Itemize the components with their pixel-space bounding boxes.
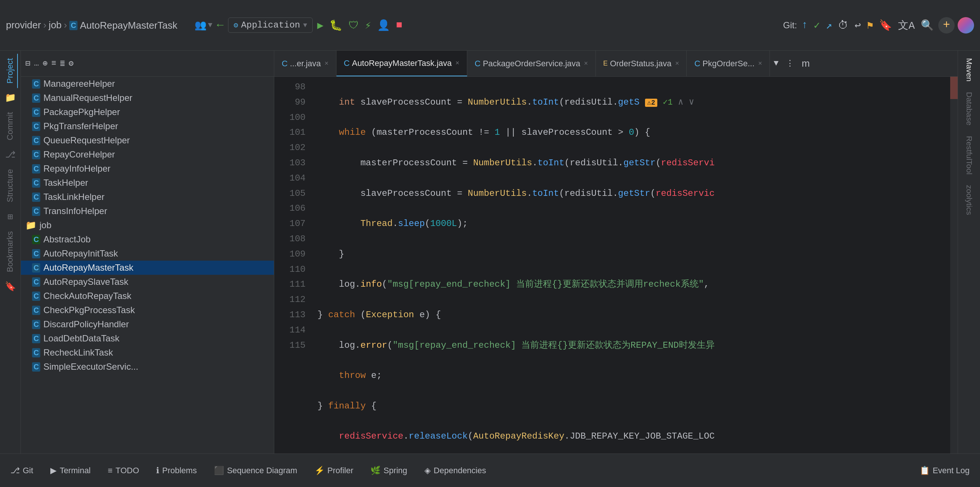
bottom-sequence-diagram[interactable]: ⬛ Sequence Diagram — [211, 464, 300, 477]
close-icon[interactable]: × — [325, 60, 329, 67]
tab-autorepaymastertask[interactable]: C AutoRepayMasterTask.java × — [336, 51, 467, 76]
run-button[interactable]: ▶ — [316, 17, 325, 33]
class-icon: C — [32, 278, 40, 287]
list-item[interactable]: C SimpleExecutorServic... — [21, 360, 274, 374]
tab-packageorderservice[interactable]: C PackageOrderService.java × — [467, 51, 596, 76]
file-tree-icon[interactable]: 📁 — [2, 89, 19, 106]
right-tab-restfultool[interactable]: RestfulTool — [963, 132, 976, 179]
class-icon: C — [32, 178, 40, 188]
terminal-icon: ▶ — [50, 466, 57, 476]
people-icon-btn[interactable]: 👥 ▼ — [194, 19, 212, 31]
tree-settings-icon[interactable]: … — [34, 59, 39, 68]
list-item[interactable]: C PackagePkgHelper — [21, 105, 274, 119]
list-item[interactable]: C TaskHelper — [21, 176, 274, 190]
close-icon[interactable]: × — [455, 59, 460, 67]
class-icon: C — [32, 150, 40, 159]
run-with-profiler-button[interactable]: ⚡ — [363, 17, 372, 33]
run-config-button[interactable]: ⚙ Application ▼ — [228, 17, 313, 33]
bottom-todo[interactable]: ≡ TODO — [105, 464, 142, 477]
list-item[interactable]: C AutoRepaySlaveTask — [21, 275, 274, 289]
git-revert-icon[interactable]: ↩ — [853, 17, 862, 33]
list-item[interactable]: C LoadDebtDataTask — [21, 332, 274, 346]
bottom-spring[interactable]: 🌿 Spring — [368, 464, 410, 477]
git-push-icon[interactable]: ↑ — [800, 18, 809, 32]
list-item[interactable]: C TaskLinkHelper — [21, 190, 274, 204]
list-item[interactable]: C RecheckLinkTask — [21, 346, 274, 360]
list-item[interactable]: C QueueRequestHelper — [21, 133, 274, 148]
tab-pkgorderse[interactable]: C PkgOrderSe... × — [687, 51, 770, 76]
editor-area: C ...er.java × C AutoRepayMasterTask.jav… — [274, 51, 958, 454]
debug-button[interactable]: 🐛 — [328, 17, 344, 33]
sidebar-item-structure[interactable]: Structure — [3, 165, 18, 207]
right-tab-database[interactable]: Database — [963, 87, 976, 130]
list-item[interactable]: 📁 job — [21, 218, 274, 232]
tree-collapse-icon[interactable]: ≡ — [51, 59, 56, 68]
back-icon[interactable]: ← — [215, 17, 225, 33]
bottom-profiler[interactable]: ⚡ Profiler — [312, 464, 356, 477]
list-item[interactable]: C RepayCoreHelper — [21, 148, 274, 162]
todo-icon: ≡ — [108, 466, 113, 476]
list-item[interactable]: C TransInfoHelper — [21, 204, 274, 218]
git-history-icon[interactable]: ⏱ — [837, 17, 850, 33]
more-tabs-icon[interactable]: ▼ — [770, 59, 782, 68]
tabs-menu-icon[interactable]: ⋮ — [782, 59, 798, 68]
list-item[interactable]: C DiscardPolicyHandler — [21, 317, 274, 332]
tree-expand-icon[interactable]: ≣ — [60, 59, 65, 68]
class-icon: C — [32, 94, 40, 103]
breadcrumb-sep1: › — [43, 19, 46, 31]
bottom-problems[interactable]: ℹ Problems — [153, 464, 200, 477]
bookmark-icon[interactable]: 🔖 — [878, 17, 894, 33]
sidebar-item-project[interactable]: Project — [3, 54, 18, 88]
class-icon: C — [32, 136, 40, 145]
list-item[interactable]: C AbstractJob — [21, 232, 274, 246]
list-item[interactable]: C RepayInfoHelper — [21, 162, 274, 176]
list-item[interactable]: C AutoRepayInitTask — [21, 246, 274, 261]
git-label: Git: — [783, 20, 797, 30]
bottom-event-log[interactable]: 📋 Event Log — [916, 464, 972, 477]
sidebar-item-bookmarks[interactable]: Bookmarks — [3, 227, 18, 277]
minimap — [950, 77, 958, 454]
git-check-icon[interactable]: ✓ — [812, 17, 822, 33]
profiler2-button[interactable]: 👤 — [375, 17, 391, 33]
profiler-icon: ⚡ — [315, 466, 325, 476]
bottom-dependencies[interactable]: ◈ Dependencies — [422, 464, 489, 477]
close-icon[interactable]: × — [758, 60, 762, 67]
git-diff-icon[interactable]: ⚑ — [865, 17, 875, 33]
right-tab-zoolytics[interactable]: zoolytics — [963, 181, 976, 220]
tab-er-java[interactable]: C ...er.java × — [274, 51, 336, 76]
tree-gear-icon[interactable]: ⚙ — [68, 59, 73, 68]
m-icon: m — [798, 58, 813, 69]
class-icon: C — [32, 207, 40, 216]
close-icon[interactable]: × — [675, 60, 679, 67]
minimap-highlight — [950, 77, 958, 99]
list-item[interactable]: C CheckAutoRepayTask — [21, 289, 274, 303]
close-icon[interactable]: × — [584, 60, 588, 67]
stop-button[interactable]: ■ — [395, 18, 404, 32]
sidebar-item-commit[interactable]: Commit — [3, 108, 18, 145]
list-item[interactable]: C ManualRequestHelper — [21, 91, 274, 105]
bottom-git[interactable]: ⎇ Git — [8, 464, 36, 477]
list-item[interactable]: C CheckPkgProcessTask — [21, 303, 274, 317]
list-item[interactable]: C PkgTransferHelper — [21, 119, 274, 133]
plus-icon[interactable]: + — [938, 17, 955, 33]
class-icon: C — [32, 362, 40, 371]
search-icon[interactable]: 🔍 — [919, 17, 935, 33]
class-icon: C — [32, 108, 40, 117]
list-item[interactable]: C ManagereeHelper — [21, 77, 274, 91]
tree-layout-icon[interactable]: ⊟ — [25, 59, 30, 68]
jetbrains-icon[interactable] — [958, 17, 974, 33]
structure-icon[interactable]: ⊞ — [5, 208, 16, 225]
class-icon: C — [32, 306, 40, 315]
bottom-terminal[interactable]: ▶ Terminal — [47, 464, 94, 477]
list-item-selected[interactable]: C AutoRepayMasterTask — [21, 261, 274, 275]
translate-icon[interactable]: 文A — [897, 17, 916, 34]
git-arrow-icon[interactable]: ↗ — [825, 17, 834, 33]
tab-orderstatus[interactable]: E OrderStatus.java × — [596, 51, 687, 76]
class-icon: C — [32, 79, 40, 89]
right-tab-maven[interactable]: Maven — [963, 54, 976, 86]
commit-icon[interactable]: ⎇ — [2, 146, 19, 163]
bookmark-left-icon[interactable]: 🔖 — [2, 278, 19, 295]
coverage-button[interactable]: 🛡 — [347, 17, 360, 33]
tree-locate-icon[interactable]: ⊕ — [43, 59, 47, 68]
code-editor[interactable]: int slaveProcessCount = NumberUtils.toIn… — [312, 77, 950, 454]
